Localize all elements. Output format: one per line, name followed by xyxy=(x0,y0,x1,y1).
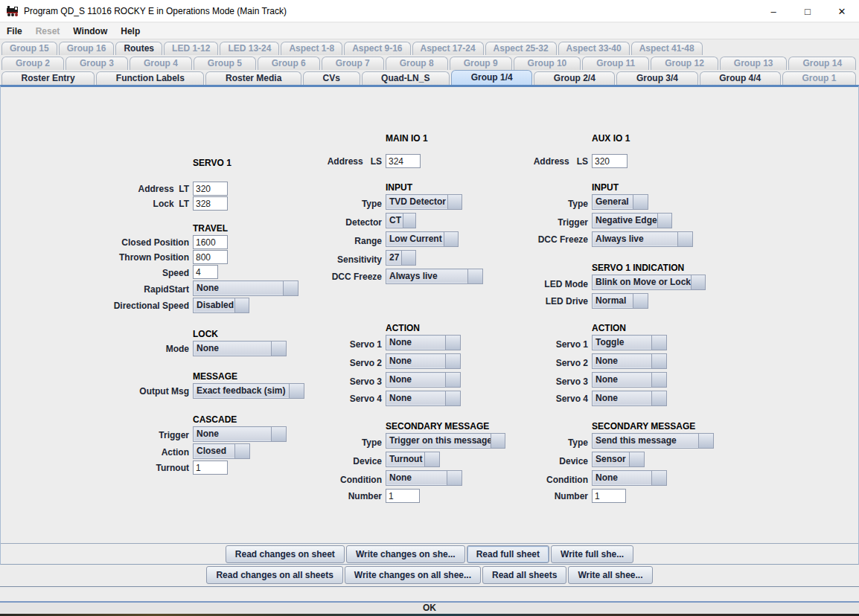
aux-servo1-select[interactable]: Toggle xyxy=(592,335,667,350)
tab-group-3[interactable]: Group 3 xyxy=(66,57,128,70)
tab-group-15[interactable]: Group 15 xyxy=(1,42,57,55)
aux-secondary-device-select[interactable]: Sensor xyxy=(592,452,645,467)
tab-quad-ln-s[interactable]: Quad-LN_S xyxy=(362,71,450,85)
tab-function-labels[interactable]: Function Labels xyxy=(96,71,204,85)
output-msg-select[interactable]: Exact feedback (sim) xyxy=(193,383,304,399)
tab-group-14[interactable]: Group 14 xyxy=(788,57,856,70)
tab-group-13[interactable]: Group 13 xyxy=(720,57,788,70)
output-msg-label: Output Msg xyxy=(98,386,189,397)
main-servo3-select[interactable]: None xyxy=(386,372,461,388)
tab-aspect-1-8[interactable]: Aspect 1-8 xyxy=(281,42,342,55)
main-type-select[interactable]: TVD Detector xyxy=(386,194,462,210)
cascade-turnout-input[interactable] xyxy=(193,461,228,475)
tab-group-4[interactable]: Group 4 xyxy=(130,57,192,70)
tab-led-1-12[interactable]: LED 1-12 xyxy=(164,42,218,55)
tab-routes[interactable]: Routes xyxy=(115,42,162,55)
aux-secondary-device-label: Device xyxy=(518,456,588,466)
read-all-sheets-button[interactable]: Read all sheets xyxy=(482,566,566,584)
aux-type-select[interactable]: General xyxy=(592,194,648,210)
lock-mode-select[interactable]: None xyxy=(193,341,287,356)
led-drive-select[interactable]: Normal xyxy=(592,293,648,309)
write-all-sheets-button[interactable]: Write all shee... xyxy=(568,566,652,584)
main-secondary-device-select[interactable]: Turnout xyxy=(386,452,440,467)
aux-servo2-select[interactable]: None xyxy=(592,353,667,369)
all-sheets-button-row: Read changes on all sheets Write changes… xyxy=(0,566,859,584)
thrown-position-input[interactable] xyxy=(193,250,228,264)
close-button[interactable]: ✕ xyxy=(825,0,859,22)
tab-row-3: Roster Entry Function Labels Roster Medi… xyxy=(0,70,859,85)
minimize-button[interactable]: – xyxy=(756,0,791,22)
tab-led-13-24[interactable]: LED 13-24 xyxy=(220,42,279,55)
aux-dcc-freeze-select[interactable]: Always live xyxy=(592,231,693,247)
main-servo1-select[interactable]: None xyxy=(386,335,461,350)
write-changes-all-sheets-button[interactable]: Write changes on all shee... xyxy=(345,566,481,584)
tab-group-2-4[interactable]: Group 2/4 xyxy=(534,71,615,85)
main-range-select[interactable]: Low Current xyxy=(386,231,459,247)
directional-speed-select[interactable]: Disabled xyxy=(193,298,249,313)
tab-aspect-25-32[interactable]: Aspect 25-32 xyxy=(485,42,557,55)
tab-group-1-4[interactable]: Group 1/4 xyxy=(451,70,532,85)
aux-address-input[interactable] xyxy=(592,154,628,168)
main-secondary-number-input[interactable] xyxy=(386,489,420,503)
address-lt-label: Address LT xyxy=(98,184,189,194)
main-secondary-condition-select[interactable]: None xyxy=(386,470,462,486)
aux-trigger-select[interactable]: Negative Edge xyxy=(592,213,672,228)
rapid-start-select[interactable]: None xyxy=(193,280,298,296)
aux-secondary-condition-select[interactable]: None xyxy=(592,470,667,486)
cascade-action-label: Action xyxy=(98,447,189,458)
main-secondary-type-select[interactable]: Trigger on this message xyxy=(386,433,505,449)
led-mode-label: LED Mode xyxy=(518,279,588,289)
tab-group-7[interactable]: Group 7 xyxy=(322,57,384,70)
tab-aspect-17-24[interactable]: Aspect 17-24 xyxy=(412,42,484,55)
tab-group-8[interactable]: Group 8 xyxy=(386,57,448,70)
tab-group-11[interactable]: Group 11 xyxy=(582,57,649,70)
dropdown-arrow-icon xyxy=(289,384,304,398)
tab-aspect-33-40[interactable]: Aspect 33-40 xyxy=(558,42,630,55)
read-changes-sheet-button[interactable]: Read changes on sheet xyxy=(226,545,345,563)
tab-group-3-4[interactable]: Group 3/4 xyxy=(616,71,697,85)
tab-group-4-4[interactable]: Group 4/4 xyxy=(700,71,781,85)
tab-group-9[interactable]: Group 9 xyxy=(450,57,512,70)
tab-group-16[interactable]: Group 16 xyxy=(59,42,115,55)
aux-servo3-select[interactable]: None xyxy=(592,372,667,388)
closed-position-input[interactable] xyxy=(193,235,228,249)
menu-bar: File Reset Window Help xyxy=(0,23,859,39)
main-servo2-select[interactable]: None xyxy=(386,353,461,369)
main-dcc-freeze-select[interactable]: Always live xyxy=(386,269,483,284)
write-changes-sheet-button[interactable]: Write changes on she... xyxy=(346,545,465,563)
tab-roster-entry[interactable]: Roster Entry xyxy=(1,71,95,85)
main-detector-select[interactable]: CT xyxy=(386,213,416,228)
tab-group-2[interactable]: Group 2 xyxy=(1,57,64,70)
read-changes-all-sheets-button[interactable]: Read changes on all sheets xyxy=(206,566,342,584)
tab-aspect-9-16[interactable]: Aspect 9-16 xyxy=(344,42,410,55)
read-full-sheet-button[interactable]: Read full sheet xyxy=(467,545,549,563)
servo1-section: SERVO 1 Address LT Lock LT xyxy=(98,158,231,211)
aux-secondary-number-input[interactable] xyxy=(592,489,626,503)
main-sensitivity-select[interactable]: 27 xyxy=(386,250,416,266)
tab-cvs[interactable]: CVs xyxy=(303,71,360,85)
menu-file[interactable]: File xyxy=(0,26,29,36)
menu-reset: Reset xyxy=(29,26,67,36)
aux-io-section: AUX IO 1 Address LS xyxy=(518,133,630,168)
tab-roster-media[interactable]: Roster Media xyxy=(205,71,301,85)
cascade-trigger-select[interactable]: None xyxy=(193,426,287,442)
tab-group-6[interactable]: Group 6 xyxy=(258,57,320,70)
maximize-button[interactable]: □ xyxy=(791,0,825,22)
speed-input[interactable] xyxy=(193,265,218,279)
tab-group-12[interactable]: Group 12 xyxy=(651,57,718,70)
tab-aspect-41-48[interactable]: Aspect 41-48 xyxy=(631,42,703,55)
cascade-action-select[interactable]: Closed xyxy=(193,443,250,459)
aux-secondary-type-select[interactable]: Send this message xyxy=(592,433,714,449)
tab-group-10[interactable]: Group 10 xyxy=(514,57,581,70)
main-address-input[interactable] xyxy=(386,154,421,168)
lock-lt-input[interactable] xyxy=(193,196,228,211)
menu-help[interactable]: Help xyxy=(114,26,147,36)
menu-window[interactable]: Window xyxy=(66,26,114,36)
tab-group-1[interactable]: Group 1 xyxy=(782,71,856,85)
main-servo4-select[interactable]: None xyxy=(386,391,461,406)
address-lt-input[interactable] xyxy=(193,182,228,196)
write-full-sheet-button[interactable]: Write full she... xyxy=(551,545,633,563)
aux-servo4-select[interactable]: None xyxy=(592,391,667,406)
tab-group-5[interactable]: Group 5 xyxy=(194,57,256,70)
led-mode-select[interactable]: Blink on Move or Lock xyxy=(592,275,706,290)
